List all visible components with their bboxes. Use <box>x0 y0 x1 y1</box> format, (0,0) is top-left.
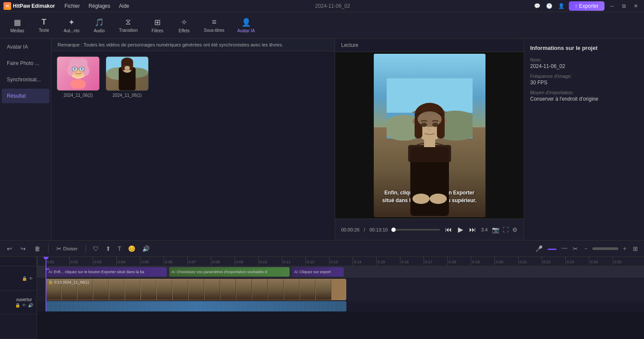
fullscreen-icon[interactable]: ⛶ <box>503 226 509 233</box>
delete-button[interactable]: 🗑 <box>32 244 43 253</box>
tool-text[interactable]: T Texte <box>31 15 57 35</box>
snapshot-icon[interactable]: 📷 <box>492 226 499 233</box>
filters-icon: ⊞ <box>154 18 161 27</box>
auto-icon: ✦ <box>68 18 75 27</box>
menu-file[interactable]: Fichier <box>61 2 83 10</box>
cut-icon[interactable]: ✂ <box>571 244 580 253</box>
filters-label: Filtres <box>152 28 163 33</box>
subtitle-clip-3[interactable]: A᷊ Cliquez sur export <box>292 267 344 277</box>
menu-settings[interactable]: Réglages <box>85 2 114 10</box>
redo-button[interactable]: ↪ <box>18 244 28 253</box>
settings-preview-icon[interactable]: ⚙ <box>512 226 518 233</box>
timeline-tracks[interactable]: 0:01 0:02 0:03 0:04 0:05 0:06 0:07 0:08 … <box>37 257 644 339</box>
ruler-mark-14: 0:14 <box>353 257 376 265</box>
track-eye-icon[interactable]: 👁 <box>22 303 26 308</box>
ruler-mark-2: 0:02 <box>69 257 93 265</box>
tool-media[interactable]: ▦ Médias <box>4 15 30 36</box>
media-thumb-mona[interactable] <box>106 56 149 91</box>
project-name: 2024-11-06_02 <box>315 3 350 9</box>
tool-transition[interactable]: ⧖ Transition <box>113 15 144 35</box>
lock-icon[interactable]: 🔒 <box>22 276 27 281</box>
tool-subtitles[interactable]: ≡ Sous-titres <box>198 15 230 35</box>
track-lock-icon[interactable]: 🔒 <box>15 303 20 308</box>
next-frame-button[interactable]: ⏭ <box>468 225 477 234</box>
audio-clip-icon[interactable]: 🔊 <box>140 244 151 253</box>
tool-audio[interactable]: 🎵 Audio <box>86 15 112 36</box>
zoom-slider[interactable] <box>592 247 618 250</box>
menu-help[interactable]: Aide <box>116 2 133 10</box>
list-item[interactable]: 2024_11_06(1) <box>106 56 149 98</box>
timeline-toolbar: ↩ ↪ 🗑 ✂ Diviser 🛡 ⬆ T 😊 🔊 🎤 ▬▬ 〰 ✂ － ＋ ⊞ <box>0 240 644 257</box>
info-row-name: Nom: 2024-11-06_02 <box>530 57 638 69</box>
face-icon[interactable]: 😊 <box>126 244 137 253</box>
nav-avatar-ia[interactable]: Avatar IA <box>2 40 49 54</box>
ruler-mark-5: 0:05 <box>140 257 164 265</box>
effects-label: Effets <box>179 28 189 33</box>
clock-icon[interactable]: 🕐 <box>545 1 554 11</box>
notice-bar: Remarque : Toutes les vidéos de personna… <box>52 39 335 51</box>
ruler-mark-12: 0:12 <box>305 257 329 265</box>
nav-faire-photo[interactable]: Faire Photo ... <box>2 56 49 71</box>
audio-link-icon[interactable]: ▬▬ <box>546 245 558 252</box>
auto-label: Aut...nts <box>64 28 79 33</box>
mic-icon[interactable]: 🎤 <box>534 244 544 253</box>
ruler-mark-1: 0:01 <box>46 257 69 265</box>
playhead[interactable] <box>46 257 46 311</box>
time-total: 00:13:10 <box>369 227 388 232</box>
subtitle-clip-2[interactable]: A᷊ Choisissez vos paramètres d'exportati… <box>169 267 290 277</box>
minimize-button[interactable]: ─ <box>607 1 617 11</box>
zoom-in-icon[interactable]: ＋ <box>620 243 629 254</box>
export-button[interactable]: ↑ Exporter <box>569 1 604 11</box>
fps-label: Fréquence d'image: <box>530 74 638 79</box>
mona-background: Enfin, cliquez sur le bouton Exporter si… <box>374 54 485 217</box>
export-clip-icon[interactable]: ⬆ <box>104 244 113 253</box>
ruler-mark-9: 0:09 <box>235 257 258 265</box>
nav-resultat[interactable]: Résultat <box>2 89 49 103</box>
close-button[interactable]: ✕ <box>631 1 641 11</box>
aspect-ratio[interactable]: 3:4 <box>481 227 488 232</box>
text-icon: T <box>42 18 46 27</box>
notification-icon[interactable]: 💬 <box>533 1 542 11</box>
audio-track <box>37 301 644 311</box>
app-logo: H HitPaw Edimakor <box>3 2 55 10</box>
list-item[interactable]: 2024_11_06(2) <box>57 56 100 98</box>
ruler-mark-11: 0:11 <box>282 257 305 265</box>
track-audio-icon[interactable]: 🔊 <box>28 303 33 308</box>
prev-frame-button[interactable]: ⏮ <box>444 225 453 234</box>
shield-icon[interactable]: 🛡 <box>91 244 101 253</box>
menu-bar: H HitPaw Edimakor Fichier Réglages Aide … <box>0 0 644 12</box>
scissors-marker: ✂ <box>46 266 50 272</box>
undo-button[interactable]: ↩ <box>4 244 15 253</box>
app-name: HitPaw Edimakor <box>13 3 55 9</box>
subtitle-track-label: 🔒 👁 <box>0 266 37 291</box>
avatar-icon: 👤 <box>241 18 251 27</box>
zoom-out-icon[interactable]: － <box>581 243 591 254</box>
maximize-button[interactable]: ⧉ <box>619 1 629 11</box>
user-icon[interactable]: 👤 <box>557 1 566 11</box>
subtitles-icon: ≡ <box>212 18 217 27</box>
divide-label: Diviser <box>63 246 78 251</box>
video-track: 🔒 0:13 2024_11_06(1) <box>37 277 644 301</box>
preview-content: Enfin, cliquez sur le bouton Exporter si… <box>335 52 524 219</box>
eye-icon[interactable]: 👁 <box>29 276 33 281</box>
tool-filters[interactable]: ⊞ Filtres <box>144 15 170 36</box>
video-thumb-17 <box>300 279 315 300</box>
divide-button[interactable]: ✂ Diviser <box>54 244 80 253</box>
subtitle-track: A᷊ Enfi... cliquez sur le bouton Exporte… <box>37 266 644 277</box>
wave-icon[interactable]: 〰 <box>560 244 569 253</box>
play-button[interactable]: ▶ <box>457 225 464 234</box>
ruler-mark-18: 0:18 <box>447 257 471 265</box>
waveform-visual <box>46 301 346 311</box>
fit-icon[interactable]: ⊞ <box>631 244 640 253</box>
video-clip[interactable]: 🔒 0:13 2024_11_06(1) <box>46 279 346 300</box>
audio-track-label <box>0 314 37 339</box>
tool-avatar[interactable]: 👤 Avatar IA <box>231 15 261 36</box>
nav-synchronisat[interactable]: Synchronisat... <box>2 72 49 87</box>
media-thumb-avatar[interactable] <box>57 56 100 91</box>
text-clip-icon[interactable]: T <box>116 244 123 253</box>
tool-auto[interactable]: ✦ Aut...nts <box>58 15 85 36</box>
subtitle-clip-1[interactable]: A᷊ Enfi... cliquez sur le bouton Exporte… <box>46 267 167 277</box>
tool-effects[interactable]: ✧ Effets <box>171 15 197 36</box>
svg-point-36 <box>421 123 427 127</box>
progress-bar[interactable] <box>392 229 440 231</box>
